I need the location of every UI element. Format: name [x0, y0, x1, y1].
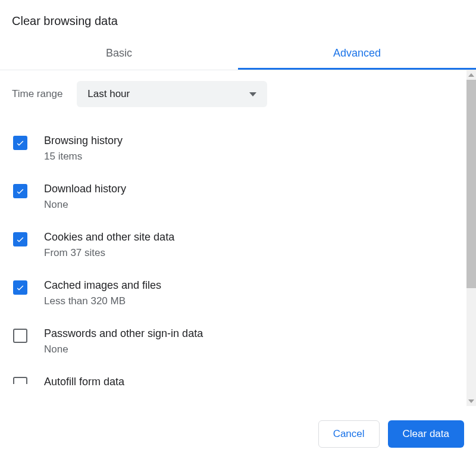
- option-text: Passwords and other sign-in data None: [44, 327, 203, 355]
- dialog-header: Clear browsing data: [0, 0, 476, 39]
- cancel-button-label: Cancel: [333, 428, 365, 439]
- option-title: Download history: [44, 183, 126, 195]
- scrollbar-down-button[interactable]: [466, 397, 476, 406]
- option-browsing-history: Browsing history 15 items: [12, 127, 464, 176]
- cancel-button[interactable]: Cancel: [318, 420, 380, 448]
- time-range-row: Time range Last hour: [12, 81, 464, 107]
- option-subtitle: From 37 sites: [44, 247, 174, 259]
- scrollbar-track[interactable]: [466, 70, 476, 406]
- chevron-down-icon: [249, 92, 256, 96]
- dialog-title: Clear browsing data: [12, 14, 464, 28]
- option-title: Browsing history: [44, 135, 123, 147]
- checkbox-cached-images[interactable]: [13, 280, 27, 295]
- scrollbar-thumb[interactable]: [466, 80, 476, 288]
- option-title: Cached images and files: [44, 279, 161, 292]
- clear-data-button-label: Clear data: [403, 428, 449, 439]
- option-text: Autofill form data: [44, 376, 124, 392]
- option-autofill: Autofill form data: [12, 369, 464, 392]
- content-panel: Time range Last hour Browsing history 15…: [0, 70, 476, 406]
- dialog-footer: Cancel Clear data: [0, 406, 476, 462]
- option-subtitle: 15 items: [44, 151, 123, 163]
- option-text: Cached images and files Less than 320 MB: [44, 279, 161, 307]
- option-subtitle: None: [44, 199, 126, 211]
- chevron-up-icon: [468, 73, 474, 77]
- checkbox-passwords[interactable]: [13, 329, 27, 343]
- option-title: Cookies and other site data: [44, 231, 174, 244]
- option-title: Passwords and other sign-in data: [44, 327, 203, 340]
- time-range-value: Last hour: [87, 88, 130, 100]
- option-text: Download history None: [44, 183, 126, 211]
- chevron-down-icon: [468, 399, 474, 403]
- checkmark-icon: [15, 186, 25, 196]
- checkbox-autofill[interactable]: [13, 377, 27, 384]
- tab-advanced-label: Advanced: [333, 47, 381, 59]
- option-subtitle: None: [44, 344, 203, 355]
- checkbox-cookies[interactable]: [13, 232, 27, 246]
- option-download-history: Download history None: [12, 176, 464, 224]
- option-cached-images: Cached images and files Less than 320 MB: [12, 272, 464, 320]
- time-range-label: Time range: [12, 88, 62, 100]
- scroll-area: Time range Last hour Browsing history 15…: [0, 70, 476, 406]
- option-text: Browsing history 15 items: [44, 135, 123, 163]
- tabs-bar: Basic Advanced: [0, 39, 476, 70]
- clear-data-button[interactable]: Clear data: [388, 420, 464, 448]
- checkbox-download-history[interactable]: [13, 184, 27, 198]
- option-text: Cookies and other site data From 37 site…: [44, 231, 174, 259]
- checkmark-icon: [15, 235, 25, 244]
- time-range-select[interactable]: Last hour: [77, 81, 267, 107]
- tab-advanced[interactable]: Advanced: [238, 39, 476, 70]
- option-cookies: Cookies and other site data From 37 site…: [12, 224, 464, 272]
- option-passwords: Passwords and other sign-in data None: [12, 320, 464, 369]
- tab-basic[interactable]: Basic: [0, 39, 238, 70]
- scrollbar-up-button[interactable]: [466, 70, 476, 80]
- checkmark-icon: [15, 138, 25, 148]
- clear-browsing-data-dialog: Clear browsing data Basic Advanced Time …: [0, 0, 476, 462]
- checkmark-icon: [15, 283, 25, 292]
- tab-basic-label: Basic: [106, 47, 132, 59]
- checkbox-browsing-history[interactable]: [13, 136, 27, 150]
- option-subtitle: Less than 320 MB: [44, 295, 161, 307]
- option-title: Autofill form data: [44, 376, 124, 388]
